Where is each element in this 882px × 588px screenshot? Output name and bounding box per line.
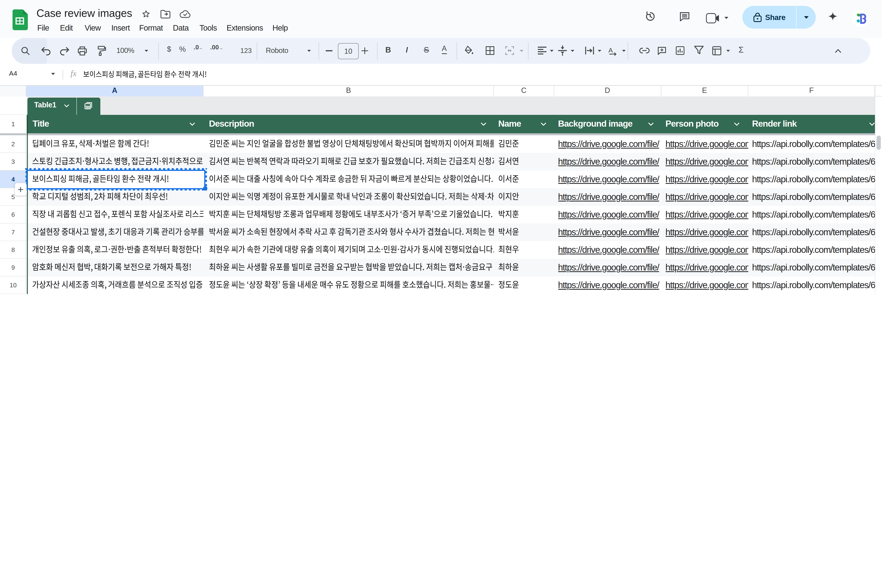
svg-text:A: A bbox=[608, 46, 613, 54]
